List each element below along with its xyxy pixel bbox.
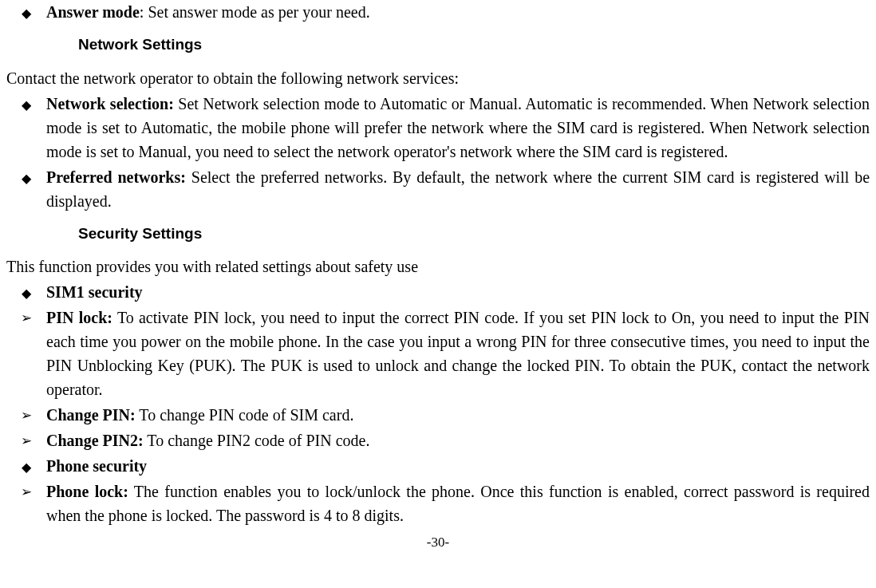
list-item: ◆ Preferred networks: Select the preferr… (6, 165, 870, 213)
paragraph: Contact the network operator to obtain t… (6, 66, 870, 90)
section-heading-network: Network Settings (78, 34, 870, 57)
item-description: Set answer mode as per your need. (148, 3, 369, 21)
list-item: ◆ Network selection: Set Network selecti… (6, 92, 870, 164)
item-text: SIM1 security (46, 280, 870, 304)
item-label: Change PIN2: (46, 432, 144, 449)
arrow-bullet-icon: ➢ (6, 479, 46, 527)
item-label: Phone lock: (46, 483, 128, 500)
item-label: Network selection: (46, 95, 174, 112)
list-item: ◆ Answer mode: Set answer mode as per yo… (6, 0, 870, 24)
item-description: To change PIN code of SIM card. (136, 406, 354, 424)
item-label: SIM1 security (46, 283, 143, 301)
list-item: ➢ Change PIN2: To change PIN2 code of PI… (6, 428, 870, 452)
diamond-bullet-icon: ◆ (6, 280, 46, 304)
page-number: -30- (6, 532, 870, 553)
item-description: The function enables you to lock/unlock … (46, 483, 870, 524)
paragraph: This function provides you with related … (6, 255, 870, 278)
item-text: Phone security (46, 454, 870, 478)
item-text: PIN lock: To activate PIN lock, you need… (46, 306, 870, 401)
arrow-bullet-icon: ➢ (6, 403, 46, 427)
list-item: ➢ PIN lock: To activate PIN lock, you ne… (6, 306, 870, 401)
diamond-bullet-icon: ◆ (6, 165, 46, 213)
item-text: Change PIN2: To change PIN2 code of PIN … (46, 428, 870, 452)
diamond-bullet-icon: ◆ (6, 92, 46, 164)
item-label: Answer mode (46, 3, 140, 21)
item-label: PIN lock: (46, 309, 112, 326)
item-description: To change PIN2 code of PIN code. (144, 432, 370, 449)
arrow-bullet-icon: ➢ (6, 428, 46, 452)
diamond-bullet-icon: ◆ (6, 0, 46, 24)
item-label: Phone security (46, 457, 147, 475)
item-sep: : (140, 3, 148, 21)
item-text: Phone lock: The function enables you to … (46, 479, 870, 527)
item-text: Preferred networks: Select the preferred… (46, 165, 870, 213)
item-label: Preferred networks: (46, 168, 186, 186)
list-item: ➢ Change PIN: To change PIN code of SIM … (6, 403, 870, 427)
item-description: To activate PIN lock, you need to input … (46, 309, 870, 398)
item-label: Change PIN: (46, 406, 136, 424)
list-item: ◆ Phone security (6, 454, 870, 478)
list-item: ➢ Phone lock: The function enables you t… (6, 479, 870, 527)
item-text: Network selection: Set Network selection… (46, 92, 870, 164)
arrow-bullet-icon: ➢ (6, 306, 46, 401)
list-item: ◆ SIM1 security (6, 280, 870, 304)
diamond-bullet-icon: ◆ (6, 454, 46, 478)
section-heading-security: Security Settings (78, 223, 870, 246)
item-text: Change PIN: To change PIN code of SIM ca… (46, 403, 870, 427)
item-text: Answer mode: Set answer mode as per your… (46, 0, 870, 24)
